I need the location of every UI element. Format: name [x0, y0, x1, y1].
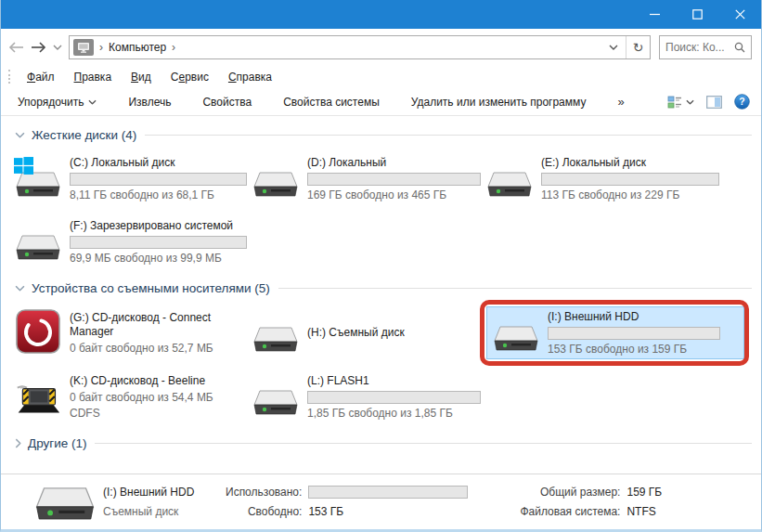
- preview-pane-icon: [706, 96, 722, 109]
- svg-text:?: ?: [739, 96, 744, 107]
- group-title: Устройства со съемными носителями (5): [32, 281, 270, 295]
- forward-button[interactable]: [31, 42, 46, 53]
- drive-label: (F:) Зарезервировано системой: [70, 219, 247, 233]
- drive-free-space: 169 ГБ свободно из 465 ГБ: [307, 188, 481, 201]
- uninstall-program-button[interactable]: Удалить или изменить программу: [411, 96, 587, 109]
- filesystem-label: Файловая система:: [520, 505, 620, 518]
- menu-file[interactable]: Файл: [27, 71, 55, 84]
- drive-label: (E:) Локальный диск: [541, 156, 719, 170]
- eject-button[interactable]: Извлечь: [128, 96, 171, 109]
- search-icon[interactable]: [734, 42, 745, 53]
- breadcrumb[interactable]: Компьютер: [109, 41, 166, 54]
- capacity-bar: [70, 236, 247, 249]
- explorer-window: › Компьютер › ↻ Поиск: Ко... Файл Правка…: [0, 0, 762, 532]
- hard-drive-icon: [15, 156, 61, 201]
- free-label: Свободно:: [226, 505, 302, 518]
- drive-tile-c[interactable]: (C:) Локальный диск 8,11 ГБ свободно из …: [15, 153, 252, 204]
- drive-filesystem: CDFS: [70, 407, 235, 420]
- chevron-down-icon: [88, 99, 97, 105]
- views-icon: [667, 96, 682, 109]
- capacity-bar: [548, 327, 720, 340]
- group-header-hard-disks[interactable]: Жесткие диски (4): [15, 125, 752, 145]
- used-label: Использовано:: [226, 486, 302, 499]
- toolbar-overflow-button[interactable]: »: [617, 95, 624, 109]
- drive-tile-f[interactable]: (F:) Зарезервировано системой 69,9 МБ св…: [15, 216, 252, 267]
- hard-disks-grid: (C:) Локальный диск 8,11 ГБ свободно из …: [15, 153, 752, 267]
- menu-edit[interactable]: Правка: [74, 71, 112, 84]
- group-title: Другие (1): [28, 436, 86, 450]
- capacity-bar: [307, 391, 481, 404]
- drive-tile-k[interactable]: (K:) CD-дисковод - Beeline 0 байт свобод…: [15, 371, 252, 422]
- menu-view[interactable]: Вид: [131, 71, 151, 84]
- help-button[interactable]: ?: [734, 94, 750, 110]
- drive-tile-h[interactable]: (H:) Съемный диск: [252, 306, 486, 359]
- selected-drive-type: Съемный диск: [103, 505, 226, 518]
- history-dropdown-icon[interactable]: [53, 45, 62, 50]
- command-toolbar: Упорядочить Извлечь Свойства Свойства си…: [1, 88, 761, 116]
- system-properties-button[interactable]: Свойства системы: [283, 96, 380, 109]
- group-divider: [278, 288, 752, 289]
- organize-button[interactable]: Упорядочить: [18, 96, 97, 109]
- drive-label: (L:) FLASH1: [307, 374, 481, 388]
- drive-free-space: 1,85 ГБ свободно из 1,85 ГБ: [307, 407, 481, 420]
- file-list-area: Жесткие диски (4) (C:) Локальный диск 8,…: [1, 116, 761, 474]
- capacity-bar: [70, 173, 247, 186]
- details-pane: (I:) Внешний HDD Съемный диск Использова…: [1, 474, 761, 529]
- external-hdd-icon: [493, 310, 539, 356]
- connect-manager-icon: [15, 309, 61, 357]
- computer-icon: [73, 39, 94, 56]
- removable-drive-icon: [252, 309, 299, 357]
- group-header-other[interactable]: Другие (1): [15, 434, 752, 453]
- flash-drive-icon: [252, 374, 299, 420]
- address-dropdown-button[interactable]: [601, 36, 626, 58]
- drive-free-space: 153 ГБ свободно из 159 ГБ: [548, 343, 720, 356]
- chevron-down-icon: [609, 45, 618, 50]
- properties-button[interactable]: Свойства: [202, 96, 252, 109]
- drive-tile-d[interactable]: (D:) Локальный 169 ГБ свободно из 465 ГБ: [252, 153, 486, 204]
- drive-label: (C:) Локальный диск: [70, 156, 247, 170]
- group-title: Жесткие диски (4): [32, 128, 136, 142]
- drive-free-space: 0 байт свободно из 52,7 МБ: [70, 342, 235, 355]
- breadcrumb-separator: ›: [94, 41, 109, 54]
- close-icon: [735, 9, 745, 19]
- total-size-value: 159 ГБ: [626, 486, 662, 499]
- close-button[interactable]: [718, 0, 761, 29]
- breadcrumb-separator[interactable]: ›: [166, 41, 181, 54]
- drive-free-space: 113 ГБ свободно из 229 ГБ: [541, 188, 719, 201]
- windows-logo-icon: [14, 157, 33, 175]
- hard-drive-icon: [252, 156, 299, 201]
- filesystem-value: NTFS: [626, 505, 662, 518]
- preview-pane-button[interactable]: [706, 96, 722, 109]
- back-button[interactable]: [8, 42, 24, 53]
- minimize-icon: [650, 9, 660, 19]
- drive-label: (G:) CD-дисковод - Connect Manager: [70, 311, 235, 339]
- menu-help[interactable]: Справка: [228, 71, 272, 84]
- drive-tile-i-selected[interactable]: (I:) Внешний HDD 153 ГБ свободно из 159 …: [486, 306, 744, 359]
- drive-label: (H:) Съемный диск: [307, 326, 481, 340]
- maximize-button[interactable]: [676, 0, 718, 29]
- beeline-modem-icon: [15, 374, 61, 420]
- address-bar[interactable]: › Компьютер › ↻: [69, 35, 651, 59]
- drive-tile-l[interactable]: (L:) FLASH1 1,85 ГБ свободно из 1,85 ГБ: [252, 371, 486, 422]
- search-input[interactable]: Поиск: Ко...: [659, 35, 752, 59]
- minimize-button[interactable]: [633, 0, 676, 29]
- total-size-label: Общий размер:: [520, 486, 620, 499]
- drive-label: (I:) Внешний HDD: [548, 310, 720, 324]
- title-bar: [1, 0, 761, 29]
- capacity-bar: [541, 173, 719, 186]
- group-divider: [95, 443, 752, 444]
- views-button[interactable]: [667, 96, 694, 109]
- removable-grid: (G:) CD-дисковод - Connect Manager 0 бай…: [15, 306, 752, 422]
- selected-drive-icon: [34, 481, 96, 523]
- maximize-icon: [692, 9, 703, 19]
- refresh-button[interactable]: ↻: [626, 36, 650, 58]
- drive-free-space: 69,9 МБ свободно из 99,9 МБ: [70, 252, 247, 265]
- capacity-bar: [307, 173, 481, 186]
- drive-tile-e[interactable]: (E:) Локальный диск 113 ГБ свободно из 2…: [486, 153, 744, 204]
- drive-label: (K:) CD-дисковод - Beeline: [70, 374, 235, 388]
- drive-tile-g[interactable]: (G:) CD-дисковод - Connect Manager 0 бай…: [15, 306, 252, 359]
- collapse-chevron-icon: [15, 285, 25, 292]
- group-header-removable[interactable]: Устройства со съемными носителями (5): [15, 279, 752, 298]
- drive-free-space: 8,11 ГБ свободно из 68,1 ГБ: [70, 188, 247, 201]
- menu-tools[interactable]: Сервис: [171, 71, 209, 84]
